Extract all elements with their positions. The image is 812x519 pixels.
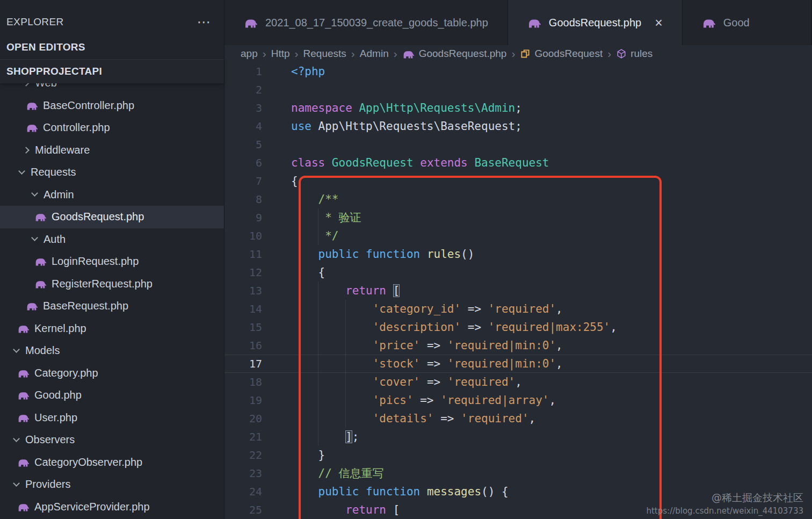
tree-item-label: AppServiceProvider.php [34, 501, 150, 513]
breadcrumb-item-rules[interactable]: rules [616, 48, 653, 60]
line-number: 22 [224, 449, 274, 462]
tree-file-kernel-php[interactable]: Kernel.php [0, 318, 224, 340]
chevron-down-icon [13, 346, 20, 353]
tree-file-basecontroller-php[interactable]: BaseController.php [0, 95, 224, 117]
code-line-15[interactable]: 15 'description' => 'required|max:255', [224, 318, 812, 336]
line-number: 9 [224, 211, 274, 224]
tab-good[interactable]: Good [683, 0, 812, 45]
code-line-17[interactable]: 17 'stock' => 'required|min:0', [224, 355, 812, 373]
line-number: 1 [224, 65, 274, 78]
line-number: 21 [224, 430, 274, 443]
line-content: <?php [291, 65, 325, 78]
code-line-12[interactable]: 12 { [224, 263, 812, 282]
code-line-9[interactable]: 9 * 验证 [224, 208, 812, 227]
code-line-1[interactable]: 1<?php [224, 62, 812, 81]
code-line-2[interactable]: 2 [224, 81, 812, 99]
breadcrumb: app›Http›Requests›Admin›GoodsRequest.php… [224, 45, 812, 62]
code-line-11[interactable]: 11 public function rules() [224, 245, 812, 263]
code-editor[interactable]: 1<?php23namespace App\Http\Requests\Admi… [224, 62, 812, 519]
code-line-14[interactable]: 14 'category_id' => 'required', [224, 300, 812, 318]
tree-file-category-php[interactable]: Category.php [0, 362, 224, 385]
explorer-sidebar: EXPLORER ⋯ OPEN EDITORS SHOPPROJECTAPI W… [0, 0, 224, 519]
tree-folder-models[interactable]: Models [0, 340, 224, 362]
breadcrumb-item-http[interactable]: Http [271, 48, 290, 60]
breadcrumb-label: Admin [360, 48, 389, 60]
code-line-22[interactable]: 22 } [224, 446, 812, 464]
tree-file-appserviceprovider-php[interactable]: AppServiceProvider.php [0, 496, 224, 518]
tree-folder-web[interactable]: Web [0, 83, 224, 95]
tree-folder-requests[interactable]: Requests [0, 161, 224, 184]
chevron-right-icon [23, 83, 30, 86]
line-content: use App\Http\Requests\BaseRequest; [291, 120, 522, 133]
vscode-window: EXPLORER ⋯ OPEN EDITORS SHOPPROJECTAPI W… [0, 0, 812, 519]
explorer-title: EXPLORER [6, 16, 64, 28]
breadcrumb-separator: › [263, 47, 266, 60]
code-line-20[interactable]: 20 'details' => 'required', [224, 409, 812, 428]
tree-file-controller-php[interactable]: Controller.php [0, 117, 224, 139]
tab-2021-08-17-150039-create-goods-table-php[interactable]: 2021_08_17_150039_create_goods_table.php [224, 0, 508, 45]
line-content: ]; [291, 430, 359, 443]
php-elephant-icon [17, 413, 30, 423]
code-line-19[interactable]: 19 'pics' => 'required|array', [224, 391, 812, 409]
tree-file-registerrequest-php[interactable]: RegisterRequest.php [0, 273, 224, 295]
line-number: 14 [224, 302, 274, 315]
tree-item-label: Web [35, 83, 57, 89]
tree-item-label: Middleware [35, 144, 90, 156]
line-number: 25 [224, 503, 274, 516]
breadcrumb-label: app [241, 48, 258, 60]
tree-item-label: Good.php [34, 389, 82, 401]
class-symbol-icon [520, 48, 531, 59]
line-number: 23 [224, 467, 274, 480]
tree-file-goodsrequest-php[interactable]: GoodsRequest.php [0, 206, 224, 228]
tree-item-label: User.php [34, 412, 77, 424]
code-line-4[interactable]: 4use App\Http\Requests\BaseRequest; [224, 117, 812, 135]
code-line-16[interactable]: 16 'price' => 'required|min:0', [224, 336, 812, 355]
chevron-down-icon [31, 190, 38, 197]
code-line-23[interactable]: 23 // 信息重写 [224, 464, 812, 482]
tree-file-baserequest-php[interactable]: BaseRequest.php [0, 295, 224, 318]
line-content: class GoodsRequest extends BaseRequest [291, 156, 549, 169]
tree-folder-admin[interactable]: Admin [0, 184, 224, 206]
tree-folder-auth[interactable]: Auth [0, 228, 224, 251]
tree-folder-observers[interactable]: Observers [0, 429, 224, 451]
tree-item-label: Models [25, 344, 60, 357]
breadcrumb-label: rules [630, 48, 653, 60]
line-content: 'details' => 'required', [291, 412, 535, 425]
tree-item-label: Controller.php [43, 121, 110, 134]
open-editors-header[interactable]: OPEN EDITORS [0, 35, 224, 59]
code-line-13[interactable]: 13 return [ [224, 282, 812, 300]
editor-area: 2021_08_17_150039_create_goods_table.php… [224, 0, 812, 519]
tree-item-label: RegisterRequest.php [52, 278, 153, 290]
tree-folder-middleware[interactable]: Middleware [0, 139, 224, 162]
breadcrumb-item-app[interactable]: app [241, 48, 258, 60]
close-icon[interactable]: × [655, 15, 663, 31]
tree-file-good-php[interactable]: Good.php [0, 384, 224, 407]
breadcrumb-item-requests[interactable]: Requests [303, 48, 346, 60]
tree-folder-providers[interactable]: Providers [0, 473, 224, 496]
line-content: */ [291, 229, 339, 242]
breadcrumb-item-admin[interactable]: Admin [360, 48, 389, 60]
line-content: // 信息重写 [291, 466, 384, 481]
tree-file-user-php[interactable]: User.php [0, 407, 224, 429]
code-line-7[interactable]: 7{ [224, 172, 812, 190]
project-header[interactable]: SHOPPROJECTAPI [0, 59, 224, 83]
code-line-8[interactable]: 8 /** [224, 190, 812, 208]
code-line-18[interactable]: 18 'cover' => 'required', [224, 373, 812, 391]
line-number: 13 [224, 284, 274, 297]
code-line-21[interactable]: 21 ]; [224, 428, 812, 446]
more-actions-icon[interactable]: ⋯ [197, 19, 211, 25]
php-elephant-icon [26, 100, 39, 111]
code-line-3[interactable]: 3namespace App\Http\Requests\Admin; [224, 99, 812, 117]
breadcrumb-item-goodsrequest[interactable]: GoodsRequest [520, 48, 603, 60]
line-number: 2 [224, 83, 274, 96]
line-number: 4 [224, 120, 274, 133]
code-line-5[interactable]: 5 [224, 135, 812, 154]
tree-file-categoryobserver-php[interactable]: CategoryObserver.php [0, 451, 224, 474]
tree-file-loginrequest-php[interactable]: LoginRequest.php [0, 250, 224, 273]
code-line-10[interactable]: 10 */ [224, 227, 812, 245]
breadcrumb-item-goodsrequest-php[interactable]: GoodsRequest.php [402, 48, 507, 60]
line-number: 11 [224, 248, 274, 261]
php-elephant-icon [244, 17, 258, 28]
tab-goodsrequest-php[interactable]: GoodsRequest.php× [508, 0, 683, 45]
code-line-6[interactable]: 6class GoodsRequest extends BaseRequest [224, 154, 812, 172]
